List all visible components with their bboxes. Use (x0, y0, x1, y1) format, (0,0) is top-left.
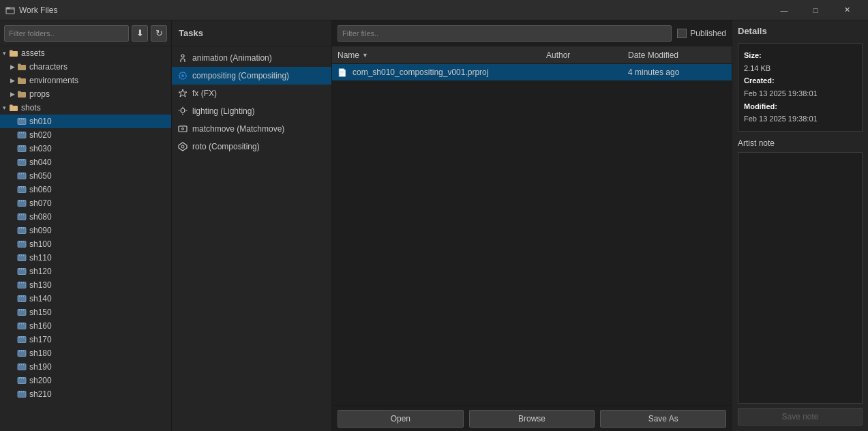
tree-label-sh040: sh040 (29, 158, 52, 167)
tree-item-environments[interactable]: ▶environments (0, 74, 171, 87)
task-item-compositing[interactable]: compositing (Compositing) (172, 67, 331, 85)
minimize-button[interactable]: — (768, 0, 800, 20)
tree-item-sh090[interactable]: sh090 (0, 224, 171, 237)
tree-item-sh180[interactable]: sh180 (0, 346, 171, 360)
svg-rect-71 (19, 351, 20, 352)
published-toggle[interactable]: Published (677, 29, 726, 38)
task-label-compositing: compositing (Compositing) (192, 71, 289, 80)
task-item-fx[interactable]: fx (FX) (172, 85, 331, 102)
tree-label-sh080: sh080 (29, 212, 52, 222)
svg-rect-57 (23, 296, 24, 297)
svg-point-89 (181, 108, 185, 113)
tree-item-sh020[interactable]: sh020 (0, 128, 171, 142)
task-item-matchmove[interactable]: matchmove (Matchmove) (172, 120, 331, 138)
tree-label-sh050: sh050 (29, 171, 52, 181)
svg-rect-8 (21, 132, 22, 134)
tree-toggle-characters: ▶ (8, 60, 16, 74)
tree-item-sh130[interactable]: sh130 (0, 278, 171, 292)
tree-icon-shot (16, 293, 27, 304)
tree-item-assets[interactable]: ▾assets (0, 46, 171, 60)
tree-label-sh090: sh090 (29, 226, 52, 235)
svg-rect-52 (21, 282, 22, 284)
svg-rect-41 (23, 241, 24, 243)
file-icon: 📄 (338, 68, 347, 77)
svg-point-93 (181, 145, 184, 148)
task-icon-fx (177, 88, 188, 99)
browse-button[interactable]: Browse (469, 410, 595, 428)
tree-icon-shot (16, 321, 27, 331)
tree-item-sh040[interactable]: sh040 (0, 155, 171, 169)
svg-point-91 (182, 128, 184, 130)
task-item-roto[interactable]: roto (Compositing) (172, 138, 331, 155)
created-label: Created: (744, 76, 775, 85)
tree-item-sh170[interactable]: sh170 (0, 333, 171, 346)
filter-folders-input[interactable] (4, 25, 129, 42)
tree-item-sh010[interactable]: sh010 (0, 115, 171, 128)
tree-icon-shot (16, 211, 27, 222)
task-label-animation: animation (Animation) (192, 53, 272, 63)
maximize-button[interactable]: □ (800, 0, 831, 20)
task-label-roto: roto (Compositing) (192, 142, 260, 151)
tree-item-sh160[interactable]: sh160 (0, 319, 171, 333)
tree-label-sh160: sh160 (29, 321, 52, 331)
details-content: Size: 2.14 KB Created: Feb 13 2025 19:38… (738, 43, 863, 132)
svg-rect-21 (23, 173, 24, 175)
svg-rect-64 (21, 323, 22, 325)
titlebar-title: Work Files (19, 5, 57, 15)
close-button[interactable]: ✕ (831, 0, 863, 20)
artist-note-textarea[interactable] (738, 152, 863, 404)
save-as-button[interactable]: Save As (600, 410, 726, 428)
tree-item-sh150[interactable]: sh150 (0, 306, 171, 319)
open-button[interactable]: Open (338, 410, 464, 428)
tree-toggle-sh190 (8, 360, 16, 374)
save-note-button[interactable]: Save note (738, 408, 863, 426)
tree-label-assets: assets (21, 48, 45, 58)
file-actions: Open Browse Save As (332, 405, 732, 431)
svg-rect-7 (19, 132, 20, 134)
task-item-lighting[interactable]: lighting (Lighting) (172, 102, 331, 120)
file-table: Name ▼ Author Date Modified 📄com_sh010_c… (332, 46, 732, 405)
task-item-animation[interactable]: animation (Animation) (172, 49, 331, 67)
folder-tree: ▾assets▶characters▶environments▶props▾sh… (0, 46, 171, 431)
tree-item-sh030[interactable]: sh030 (0, 142, 171, 155)
tree-item-props[interactable]: ▶props (0, 87, 171, 101)
tree-item-sh210[interactable]: sh210 (0, 387, 171, 401)
tree-item-sh110[interactable]: sh110 (0, 251, 171, 265)
svg-rect-27 (19, 200, 20, 202)
tree-item-characters[interactable]: ▶characters (0, 60, 171, 74)
svg-rect-56 (21, 296, 22, 297)
tree-icon-folder (16, 89, 27, 100)
svg-rect-59 (19, 310, 20, 311)
svg-rect-5 (23, 119, 24, 120)
file-row[interactable]: 📄com_sh010_compositing_v001.prproj4 minu… (332, 64, 732, 80)
tree-label-sh180: sh180 (29, 348, 52, 358)
svg-rect-44 (21, 255, 22, 256)
tree-item-shots[interactable]: ▾shots (0, 101, 171, 115)
download-button[interactable]: ⬇ (132, 25, 148, 42)
tree-item-sh060[interactable]: sh060 (0, 183, 171, 196)
tree-label-sh210: sh210 (29, 389, 52, 399)
svg-rect-63 (19, 323, 20, 325)
details-title: Details (738, 26, 863, 36)
published-checkbox[interactable] (677, 29, 687, 38)
tree-item-sh070[interactable]: sh070 (0, 196, 171, 210)
tree-item-sh100[interactable]: sh100 (0, 237, 171, 251)
details-panel: Details Size: 2.14 KB Created: Feb 13 20… (732, 20, 868, 431)
tree-item-sh190[interactable]: sh190 (0, 360, 171, 374)
tree-toggle-sh090 (8, 224, 16, 237)
task-icon-roto (177, 141, 188, 152)
tree-toggle-shots: ▾ (0, 101, 8, 115)
svg-rect-81 (23, 378, 24, 379)
filter-files-input[interactable] (338, 25, 672, 42)
task-icon-matchmove (177, 123, 188, 134)
tree-item-sh050[interactable]: sh050 (0, 169, 171, 183)
created-value: Feb 13 2025 19:38:01 (744, 89, 818, 98)
tree-item-sh120[interactable]: sh120 (0, 265, 171, 278)
titlebar-left: Work Files (5, 5, 57, 15)
tree-item-sh200[interactable]: sh200 (0, 374, 171, 387)
refresh-button[interactable]: ↻ (151, 25, 167, 42)
tree-item-sh140[interactable]: sh140 (0, 292, 171, 306)
tree-item-sh080[interactable]: sh080 (0, 210, 171, 224)
svg-rect-39 (19, 241, 20, 243)
tree-toggle-sh070 (8, 196, 16, 210)
